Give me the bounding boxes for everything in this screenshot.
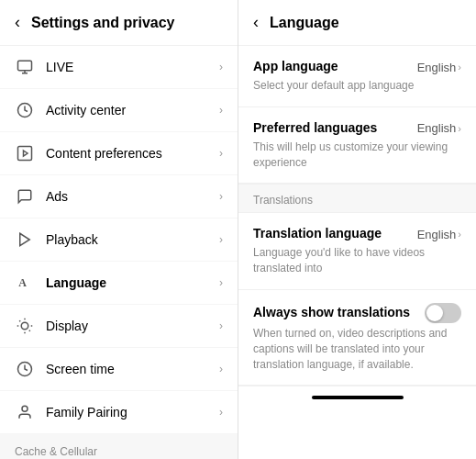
svg-line-9 [19, 320, 20, 321]
chevron-icon: › [219, 233, 223, 246]
chevron-icon: › [219, 276, 223, 289]
chevron-icon: › [219, 363, 223, 375]
sidebar-item-content[interactable]: Content preferences › [0, 132, 238, 175]
svg-rect-2 [18, 147, 32, 161]
screentime-icon [15, 359, 35, 379]
left-panel-title: Settings and privacy [31, 15, 175, 31]
right-content: App language English › Select your defau… [238, 46, 476, 459]
sidebar-item-live[interactable]: LIVE › [0, 46, 238, 89]
left-menu-list: LIVE › Activity center › Content prefere… [0, 46, 238, 459]
translations-section-header: Translations [238, 184, 476, 213]
left-panel: ‹ Settings and privacy LIVE › Activity c… [0, 0, 238, 459]
sidebar-item-label-language: Language [46, 275, 219, 290]
sidebar-item-label-display: Display [46, 319, 219, 333]
chevron-icon: › [219, 319, 223, 332]
setting-desc-translation_language: Language you'd like to have videos trans… [253, 245, 461, 276]
setting-row-always_show_translations: Always show translations [253, 303, 461, 323]
setting-item-translation_language[interactable]: Translation language English › Language … [238, 213, 476, 290]
sidebar-item-label-screentime: Screen time [46, 362, 219, 376]
right-bottom-bar [238, 386, 476, 412]
chevron-icon: › [219, 190, 223, 203]
ads-icon [15, 186, 35, 207]
sidebar-item-label-playback: Playback [46, 232, 219, 247]
chevron-icon: › [458, 123, 461, 134]
setting-name-app_language: App language [253, 59, 338, 73]
chevron-icon: › [219, 406, 223, 419]
chevron-icon: › [458, 229, 461, 240]
svg-line-10 [29, 330, 30, 331]
setting-value-app_language: English › [417, 61, 461, 74]
setting-item-preferred_languages[interactable]: Preferred languages English › This will … [238, 107, 476, 185]
setting-row-translation_language[interactable]: Translation language English › [253, 226, 461, 242]
sidebar-item-language[interactable]: A Language › [0, 262, 238, 305]
setting-desc-always_show_translations: When turned on, video descriptions and c… [253, 326, 461, 372]
sidebar-item-playback[interactable]: Playback › [0, 218, 238, 262]
right-back-button[interactable]: ‹ [253, 13, 259, 32]
section-label-cache: Cache & Cellular [0, 434, 238, 459]
back-button[interactable]: ‹ [15, 13, 20, 32]
chevron-icon: › [219, 61, 223, 73]
setting-name-always_show_translations: Always show translations [253, 305, 410, 319]
setting-value-translation_language: English › [417, 228, 461, 241]
playback-icon [15, 230, 35, 250]
toggle-knob-always_show_translations [426, 305, 443, 321]
svg-rect-0 [18, 61, 32, 71]
setting-item-always_show_translations: Always show translations When turned on,… [238, 290, 476, 386]
right-home-indicator [312, 396, 404, 399]
setting-desc-preferred_languages: This will help us customize your viewing… [253, 140, 461, 171]
sidebar-item-label-ads: Ads [46, 189, 219, 204]
sidebar-item-activity[interactable]: Activity center › [0, 89, 238, 132]
chevron-icon: › [219, 104, 223, 117]
sidebar-item-label-content: Content preferences [46, 146, 219, 161]
sidebar-item-label-family: Family Pairing [46, 405, 219, 420]
sidebar-item-display[interactable]: Display › [0, 305, 238, 348]
right-header: ‹ Language [238, 0, 476, 46]
right-panel-title: Language [270, 15, 339, 31]
left-header: ‹ Settings and privacy [0, 0, 238, 46]
family-icon [15, 402, 35, 422]
right-panel: ‹ Language App language English › Select… [238, 0, 476, 459]
sidebar-item-family[interactable]: Family Pairing › [0, 391, 238, 434]
activity-icon [15, 100, 35, 120]
svg-point-14 [22, 406, 28, 411]
setting-name-preferred_languages: Preferred languages [253, 120, 377, 135]
sidebar-item-ads[interactable]: Ads › [0, 175, 238, 218]
language-icon: A [15, 273, 35, 293]
setting-row-preferred_languages[interactable]: Preferred languages English › [253, 120, 461, 137]
setting-row-app_language[interactable]: App language English › [253, 59, 461, 75]
svg-marker-3 [24, 151, 28, 156]
svg-marker-4 [20, 233, 30, 246]
svg-point-6 [21, 322, 28, 330]
chevron-icon: › [458, 62, 461, 73]
sidebar-item-screentime[interactable]: Screen time › [0, 348, 238, 391]
sidebar-item-label-live: LIVE [46, 60, 219, 74]
content-icon [15, 143, 35, 163]
sidebar-item-label-activity: Activity center [46, 103, 219, 118]
setting-value-preferred_languages: English › [417, 121, 461, 135]
setting-item-app_language[interactable]: App language English › Select your defau… [238, 46, 476, 107]
setting-desc-app_language: Select your default app language [253, 78, 461, 94]
svg-text:A: A [18, 276, 27, 289]
toggle-always_show_translations[interactable] [425, 303, 461, 323]
chevron-icon: › [219, 147, 223, 160]
setting-name-translation_language: Translation language [253, 226, 382, 241]
display-icon [15, 316, 35, 336]
live-icon [15, 57, 35, 77]
